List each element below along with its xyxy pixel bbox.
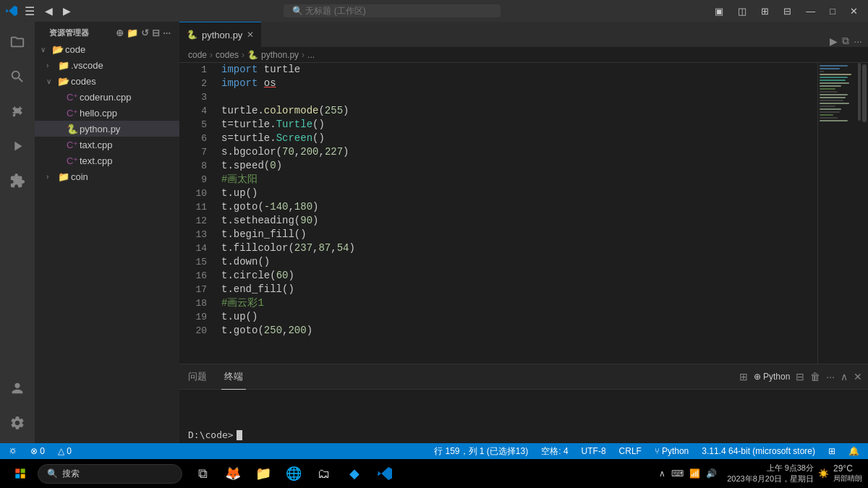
activity-settings-icon[interactable]	[3, 408, 32, 437]
code-line-10: t.up()	[221, 187, 803, 200]
taskbar-tray: ∧ ⌨ 📶 🔊	[653, 468, 723, 479]
breadcrumb-code[interactable]: code	[188, 50, 207, 60]
activity-debug-icon[interactable]	[3, 132, 32, 160]
panel-close-button[interactable]: ✕	[854, 371, 862, 382]
search-input[interactable]	[284, 4, 501, 17]
taskbar-icons: ⧉ 🦊 📁 🌐 🗂 ◆	[188, 459, 399, 488]
vertical-scrollbar[interactable]	[861, 63, 868, 364]
activity-extensions-icon[interactable]	[3, 166, 32, 195]
new-folder-icon[interactable]: 📁	[127, 27, 138, 38]
maximize-button[interactable]: □	[825, 4, 840, 18]
code-editor[interactable]: 1 2 3 4 5 6 7 8 9 10 11 12 13 14 15 16 1	[179, 63, 817, 364]
panel-tab-problems[interactable]: 问题	[185, 364, 210, 390]
taskview-icon[interactable]: ⧉	[188, 459, 217, 488]
sidebar-item-text[interactable]: C⁺ text.cpp	[35, 153, 179, 168]
blue-app-icon[interactable]: ◆	[340, 459, 369, 488]
status-spaces[interactable]: 空格: 4	[538, 445, 571, 458]
edge-icon[interactable]: 🌐	[279, 459, 308, 488]
layout-toggle-1[interactable]: ▣	[710, 4, 728, 18]
code-line-2: import os	[221, 77, 803, 90]
breadcrumb-codes[interactable]: codes	[216, 50, 239, 60]
more-icon[interactable]: ···	[163, 27, 171, 38]
panel-tabs: 问题 终端 ⊞ ⊕ Python ⊟ 🗑 ··· ∧ ✕	[179, 364, 868, 390]
forward-button[interactable]: ▶	[60, 4, 74, 18]
scrollbar-thumb[interactable]	[862, 64, 867, 122]
titlebar: ☰ ◀ ▶ ▣ ◫ ⊞ ⊟ — □ ✕	[0, 0, 868, 22]
status-warnings[interactable]: △ 0	[55, 446, 75, 456]
status-bell[interactable]: 🔔	[846, 446, 862, 456]
sidebar-item-codes[interactable]: ∨ 📂 codes	[35, 73, 179, 89]
run-button[interactable]: ▶	[830, 35, 838, 47]
sidebar-item-hello[interactable]: C⁺ hello.cpp	[35, 105, 179, 121]
start-button[interactable]	[6, 462, 35, 485]
breadcrumb-python-icon: 🐍	[247, 50, 258, 60]
status-right: 行 159，列 1 (已选择13) 空格: 4 UTF-8 CRLF ⑂ Pyt…	[431, 445, 862, 458]
folder-icon: 📁	[58, 60, 71, 71]
taskbar-search-label: 搜索	[62, 468, 80, 480]
arrow-icon: ›	[46, 173, 58, 181]
code-line-20: t.goto(250,200)	[221, 324, 803, 338]
browser-icon[interactable]: 🦊	[218, 459, 247, 488]
status-language[interactable]: ⑂ Python	[652, 446, 692, 456]
panel-split-button[interactable]: ⊞	[739, 371, 748, 382]
code-line-17: t.end_fill()	[221, 283, 803, 296]
new-file-icon[interactable]: ⊕	[116, 27, 124, 38]
folder2-icon[interactable]: 🗂	[310, 459, 339, 488]
status-line-col[interactable]: 行 159，列 1 (已选择13)	[431, 445, 531, 458]
tray-caret-icon[interactable]: ∧	[659, 468, 665, 479]
arrow-icon: ›	[46, 61, 58, 69]
status-format[interactable]: ⊞	[825, 446, 838, 456]
hamburger-menu-icon[interactable]: ☰	[25, 4, 35, 18]
layout-toggle-4[interactable]: ⊟	[779, 4, 796, 18]
sidebar-item-python[interactable]: 🐍 python.py	[35, 121, 179, 137]
tray-keyboard-icon[interactable]: ⌨	[671, 468, 684, 479]
layout-toggle-2[interactable]: ◫	[733, 4, 751, 18]
status-errors[interactable]: ⊗ 0	[27, 446, 48, 456]
code-content[interactable]: import turtle import os turtle.colormode…	[216, 63, 817, 364]
line-ending-text: CRLF	[619, 446, 642, 456]
panel-collapse-button[interactable]: ∧	[841, 371, 848, 382]
panel-python-label: ⊕ Python	[754, 372, 791, 382]
code-line-13: t.begin_fill()	[221, 228, 803, 241]
close-button[interactable]: ✕	[846, 4, 862, 18]
tab-bar: 🐍 python.py ✕ ▶ ⧉ ···	[179, 22, 868, 47]
collapse-icon[interactable]: ⊟	[152, 27, 160, 38]
sidebar-item-vscode[interactable]: › 📁 .vscode	[35, 57, 179, 73]
refresh-icon[interactable]: ↺	[141, 27, 149, 38]
tab-python[interactable]: 🐍 python.py ✕	[179, 22, 261, 47]
activity-account-icon[interactable]	[3, 374, 32, 403]
minimize-button[interactable]: —	[801, 4, 820, 18]
back-button[interactable]: ◀	[42, 4, 56, 18]
tray-network-icon[interactable]: 📶	[689, 468, 700, 479]
tab-actions: ▶ ⧉ ···	[830, 35, 868, 47]
sidebar-item-taxt[interactable]: C⁺ taxt.cpp	[35, 137, 179, 153]
status-line-ending[interactable]: CRLF	[616, 446, 644, 456]
status-encoding[interactable]: UTF-8	[579, 446, 609, 456]
filemanager-icon[interactable]: 📁	[249, 459, 278, 488]
activity-search-icon[interactable]	[3, 62, 32, 91]
panel-trash-button[interactable]: 🗑	[810, 371, 820, 382]
layout-toggle-3[interactable]: ⊞	[757, 4, 773, 18]
more-button[interactable]: ···	[854, 35, 862, 47]
status-python-version[interactable]: 3.11.4 64-bit (microsoft store)	[699, 446, 818, 456]
vscode-taskbar-icon[interactable]	[370, 459, 399, 488]
panel-tab-terminal[interactable]: 终端	[221, 364, 246, 390]
panel-layout-button[interactable]: ⊟	[796, 371, 804, 382]
sidebar-item-code-root[interactable]: ∨ 📂 code	[35, 41, 179, 57]
sidebar-item-coderun[interactable]: C⁺ coderun.cpp	[35, 89, 179, 105]
tab-close-icon[interactable]: ✕	[247, 30, 254, 40]
panel-more-button[interactable]: ···	[826, 371, 835, 382]
activity-git-icon[interactable]	[3, 97, 32, 126]
sidebar-item-label: .vscode	[71, 60, 103, 71]
activity-explorer-icon[interactable]	[3, 27, 32, 56]
breadcrumb-more[interactable]: ...	[307, 50, 315, 60]
breadcrumb-python[interactable]: python.py	[261, 50, 299, 60]
split-editor-button[interactable]: ⧉	[842, 35, 849, 47]
status-remote[interactable]: ⛭	[6, 446, 20, 456]
sidebar-item-coin[interactable]: › 📁 coin	[35, 168, 179, 184]
breadcrumb: code › codes › 🐍 python.py › ...	[179, 47, 868, 63]
sidebar-header-label: 资源管理器	[49, 27, 89, 38]
taskbar-search[interactable]: 🔍 搜索	[38, 464, 182, 484]
taskbar-clock[interactable]: 上午 9点38分 2023年8月20日，星期日	[727, 463, 814, 485]
tray-volume-icon[interactable]: 🔊	[706, 468, 717, 479]
